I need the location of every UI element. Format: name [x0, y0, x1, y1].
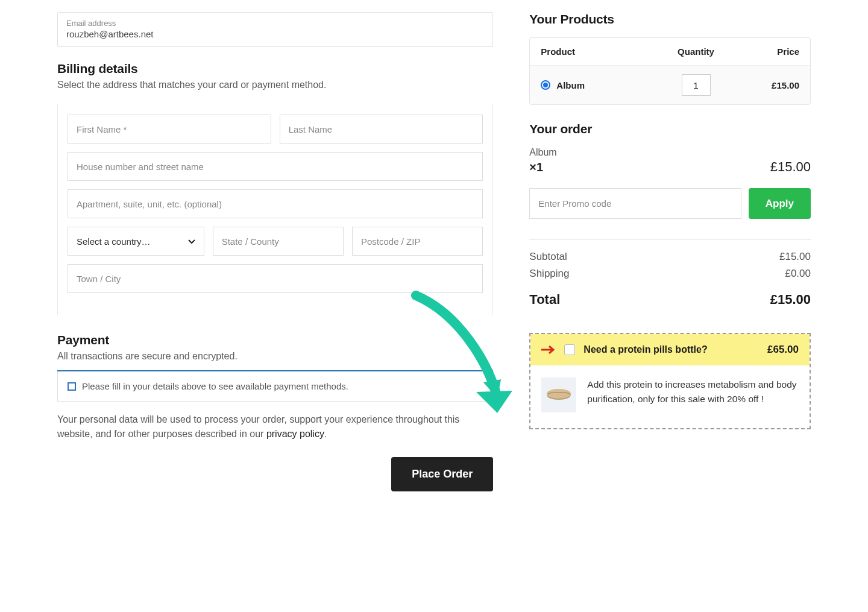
quantity-input[interactable]: 1 [682, 74, 711, 96]
country-select[interactable]: Select a country… [68, 227, 204, 256]
postcode-input[interactable] [361, 236, 474, 247]
subtotal-label: Subtotal [529, 251, 567, 263]
last-name-input[interactable] [289, 124, 474, 134]
product-name: Album [556, 80, 585, 90]
order-line-qty: ×1 [529, 160, 543, 174]
payment-notice-box: Please fill in your details above to see… [57, 371, 493, 402]
email-value: rouzbeh@artbees.net [66, 29, 484, 39]
apply-button[interactable]: Apply [749, 188, 811, 219]
upsell-box: Need a protein pills bottle? £65.00 Add … [529, 333, 811, 429]
total-value: £15.00 [770, 292, 811, 308]
order-line-price: £15.00 [770, 159, 811, 175]
payment-subtitle: All transactions are secure and encrypte… [57, 351, 493, 362]
city-field[interactable] [68, 264, 483, 293]
payment-title: Payment [57, 333, 493, 347]
state-field[interactable] [213, 227, 344, 256]
svg-point-1 [547, 389, 571, 399]
your-products-title: Your Products [529, 12, 811, 27]
billing-title: Billing details [57, 62, 493, 76]
upsell-description: Add this protein to increases metabolism… [587, 377, 799, 406]
products-table: Product Quantity Price Album 1 £15.00 [529, 37, 811, 105]
th-quantity: Quantity [661, 46, 730, 57]
country-placeholder: Select a country… [77, 236, 151, 247]
privacy-text-b: . [324, 429, 327, 439]
order-line-name: Album [529, 147, 811, 158]
email-label: Email address [66, 19, 484, 28]
apt-field[interactable] [68, 189, 483, 218]
upsell-product-image [541, 377, 576, 412]
totals-separator [529, 239, 811, 240]
place-order-button[interactable]: Place Order [391, 457, 493, 491]
promo-code-input[interactable] [529, 188, 741, 219]
privacy-text-a: Your personal data will be used to proce… [57, 414, 459, 439]
first-name-field[interactable] [68, 115, 271, 144]
last-name-field[interactable] [280, 115, 483, 144]
chevron-down-icon [188, 237, 195, 246]
apt-input[interactable] [77, 199, 474, 209]
upsell-price: £65.00 [767, 344, 799, 356]
email-box: Email address rouzbeh@artbees.net [57, 12, 493, 47]
payment-notice-text: Please fill in your details above to see… [82, 381, 348, 391]
table-row: Album 1 £15.00 [530, 65, 810, 104]
upsell-header: Need a protein pills bottle? £65.00 [530, 334, 810, 365]
city-input[interactable] [77, 274, 474, 284]
quantity-value: 1 [693, 80, 698, 90]
th-price: Price [731, 46, 799, 57]
postcode-field[interactable] [352, 227, 483, 256]
total-label: Total [529, 292, 560, 308]
shipping-value: £0.00 [785, 268, 811, 280]
subtotal-value: £15.00 [779, 251, 811, 263]
th-product: Product [541, 46, 661, 57]
table-header: Product Quantity Price [530, 38, 810, 65]
state-input[interactable] [222, 236, 335, 247]
billing-form: Select a country… [57, 104, 493, 315]
product-price: £15.00 [731, 80, 799, 90]
street-field[interactable] [68, 152, 483, 181]
first-name-input[interactable] [77, 124, 262, 134]
billing-subtitle: Select the address that matches your car… [57, 80, 493, 90]
product-radio[interactable] [541, 80, 550, 90]
upsell-title: Need a protein pills bottle? [583, 344, 759, 355]
your-order-title: Your order [529, 122, 811, 136]
upsell-checkbox[interactable] [564, 344, 575, 355]
privacy-policy-link[interactable]: privacy policy [266, 429, 324, 439]
privacy-blurb: Your personal data will be used to proce… [57, 412, 493, 441]
street-input[interactable] [77, 162, 474, 172]
info-square-icon [68, 382, 76, 391]
arrow-right-icon [541, 345, 556, 354]
shipping-label: Shipping [529, 268, 569, 280]
